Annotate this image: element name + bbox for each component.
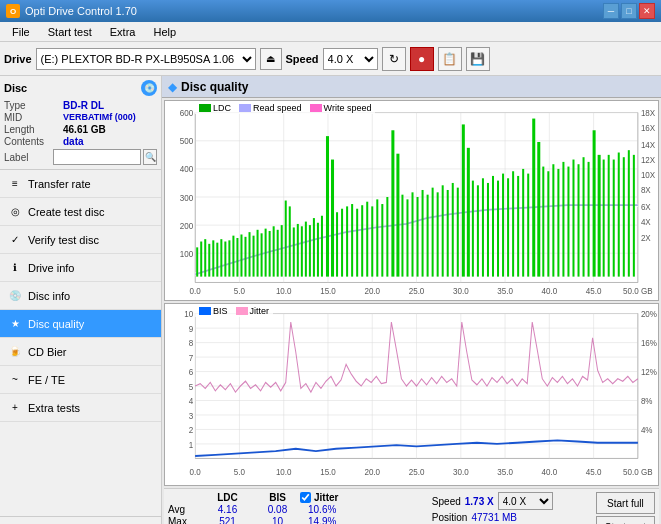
transfer-rate-label: Transfer rate xyxy=(28,178,91,190)
eject-button[interactable]: ⏏ xyxy=(260,48,282,70)
position-label: Position xyxy=(432,512,468,523)
write-legend-color xyxy=(310,104,322,112)
length-value: 46.61 GB xyxy=(63,124,106,135)
svg-text:4: 4 xyxy=(189,395,194,406)
disc-info-icon: 💿 xyxy=(8,289,22,303)
nav-verify-test-disc[interactable]: ✓ Verify test disc xyxy=(0,226,161,254)
svg-rect-118 xyxy=(532,119,535,277)
svg-rect-117 xyxy=(527,174,529,277)
nav-extra-tests[interactable]: + Extra tests xyxy=(0,394,161,422)
chart-header: ◆ Disc quality xyxy=(162,76,661,98)
svg-rect-76 xyxy=(321,216,323,277)
svg-text:9: 9 xyxy=(189,323,194,334)
svg-rect-101 xyxy=(447,190,449,277)
svg-rect-114 xyxy=(512,171,514,276)
svg-rect-106 xyxy=(472,181,474,277)
nav-fe-te[interactable]: ~ FE / TE xyxy=(0,366,161,394)
disc-quality-icon: ★ xyxy=(8,317,22,331)
menu-extra[interactable]: Extra xyxy=(102,25,144,39)
svg-text:8%: 8% xyxy=(641,395,653,406)
svg-rect-89 xyxy=(386,197,388,277)
jitter-checkbox[interactable] xyxy=(300,492,311,503)
svg-text:7: 7 xyxy=(189,352,194,363)
avg-jitter: 10.6% xyxy=(300,504,410,515)
bis-legend-label: BIS xyxy=(213,306,228,316)
svg-text:300: 300 xyxy=(180,192,194,203)
svg-text:15.0: 15.0 xyxy=(320,467,336,478)
bottom-chart-svg: 10 9 8 7 6 5 4 3 2 1 20% 16% 12% 8% 4% xyxy=(165,304,658,485)
svg-text:6: 6 xyxy=(189,367,194,378)
disc-section: Disc 💿 Type BD-R DL MID VERBATIMf (000) … xyxy=(0,76,161,170)
speed-stat-value: 1.73 X xyxy=(465,496,494,507)
speed-stat-label: Speed xyxy=(432,496,461,507)
maximize-button[interactable]: □ xyxy=(621,3,637,19)
svg-text:25.0: 25.0 xyxy=(409,286,425,297)
svg-text:0.0: 0.0 xyxy=(190,286,201,297)
main-layout: Disc 💿 Type BD-R DL MID VERBATIMf (000) … xyxy=(0,76,661,524)
drive-info-icon: ℹ xyxy=(8,261,22,275)
svg-rect-66 xyxy=(281,225,283,277)
label-input[interactable] xyxy=(53,149,141,165)
label-browse-button[interactable]: 🔍 xyxy=(143,149,157,165)
avg-ldc: 4.16 xyxy=(200,504,255,515)
drive-select[interactable]: (E:) PLEXTOR BD-R PX-LB950SA 1.06 xyxy=(36,48,256,70)
svg-text:600: 600 xyxy=(180,108,194,119)
svg-text:100: 100 xyxy=(180,248,194,259)
svg-rect-46 xyxy=(200,242,202,277)
start-full-button[interactable]: Start full xyxy=(596,492,655,514)
menu-file[interactable]: File xyxy=(4,25,38,39)
speed-stat-select[interactable]: 4.0 X xyxy=(498,492,553,510)
nav-cd-bier[interactable]: 🍺 CD Bier xyxy=(0,338,161,366)
nav-create-test-disc[interactable]: ◎ Create test disc xyxy=(0,198,161,226)
svg-rect-123 xyxy=(557,169,559,277)
close-button[interactable]: ✕ xyxy=(639,3,655,19)
svg-rect-50 xyxy=(216,243,218,277)
svg-rect-135 xyxy=(618,153,620,277)
toolbar-btn-3[interactable]: 📋 xyxy=(438,47,462,71)
drive-label: Drive xyxy=(4,53,32,65)
svg-rect-74 xyxy=(313,218,315,277)
start-part-button[interactable]: Start part xyxy=(596,516,655,524)
svg-text:2X: 2X xyxy=(641,233,651,244)
svg-text:6X: 6X xyxy=(641,201,651,212)
type-label: Type xyxy=(4,100,59,111)
sidebar: Disc 💿 Type BD-R DL MID VERBATIMf (000) … xyxy=(0,76,162,524)
mid-value: VERBATIMf (000) xyxy=(63,112,136,123)
nav-transfer-rate[interactable]: ≡ Transfer rate xyxy=(0,170,161,198)
menu-start-test[interactable]: Start test xyxy=(40,25,100,39)
position-value: 47731 MB xyxy=(471,512,517,523)
svg-rect-49 xyxy=(212,240,214,276)
svg-rect-100 xyxy=(442,185,444,276)
svg-text:5.0: 5.0 xyxy=(234,286,245,297)
verify-test-disc-label: Verify test disc xyxy=(28,234,99,246)
svg-rect-115 xyxy=(517,176,519,277)
svg-rect-56 xyxy=(240,234,242,276)
toolbar-btn-4[interactable]: 💾 xyxy=(466,47,490,71)
nav-disc-info[interactable]: 💿 Disc info xyxy=(0,282,161,310)
nav-drive-info[interactable]: ℹ Drive info xyxy=(0,254,161,282)
svg-text:45.0: 45.0 xyxy=(586,467,602,478)
svg-rect-85 xyxy=(366,202,368,277)
toolbar-btn-1[interactable]: ↻ xyxy=(382,47,406,71)
svg-text:12%: 12% xyxy=(641,367,657,378)
svg-rect-62 xyxy=(265,229,267,277)
svg-text:1: 1 xyxy=(189,439,194,450)
svg-text:5.0: 5.0 xyxy=(234,467,245,478)
svg-rect-93 xyxy=(406,199,408,276)
chart-header-title: Disc quality xyxy=(181,80,248,94)
menu-help[interactable]: Help xyxy=(145,25,184,39)
svg-rect-94 xyxy=(412,192,414,276)
svg-rect-113 xyxy=(507,178,509,276)
toolbar-btn-2[interactable]: ● xyxy=(410,47,434,71)
svg-rect-96 xyxy=(422,190,424,277)
minimize-button[interactable]: ─ xyxy=(603,3,619,19)
svg-rect-105 xyxy=(467,148,470,277)
cd-bier-label: CD Bier xyxy=(28,346,67,358)
nav-disc-quality[interactable]: ★ Disc quality xyxy=(0,310,161,338)
status-window-button[interactable]: Status window >> xyxy=(0,516,161,524)
svg-text:2: 2 xyxy=(189,424,194,435)
content-area: ◆ Disc quality LDC Read speed xyxy=(162,76,661,524)
svg-rect-57 xyxy=(244,237,246,277)
speed-select[interactable]: 4.0 X xyxy=(323,48,378,70)
titlebar: O Opti Drive Control 1.70 ─ □ ✕ xyxy=(0,0,661,22)
